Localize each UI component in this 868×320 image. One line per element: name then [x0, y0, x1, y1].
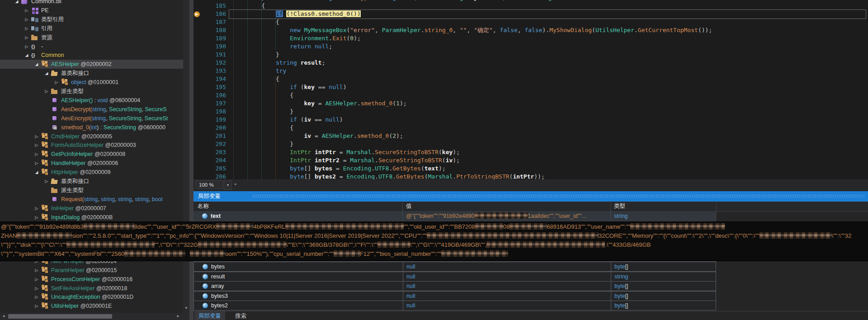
expand-icon[interactable]: ▷	[34, 292, 39, 301]
expand-icon[interactable]: ▷	[24, 15, 29, 24]
tree-row[interactable]: ◢{}Common	[0, 51, 183, 60]
expand-icon[interactable]: ▷	[44, 177, 49, 186]
expand-icon[interactable]: ▷	[24, 42, 29, 51]
folder-icon	[51, 90, 57, 94]
column-type[interactable]: 类型	[614, 202, 625, 211]
text-segment: ProcessComHelper	[51, 276, 100, 282]
expand-icon[interactable]: ▷	[34, 150, 39, 159]
expand-icon[interactable]: ▷	[44, 87, 49, 96]
column-divider[interactable]	[610, 202, 611, 211]
zoom-level-dropdown[interactable]: 100 %	[195, 180, 223, 189]
column-divider[interactable]	[716, 202, 717, 211]
column-divider[interactable]	[402, 202, 403, 211]
collapse-icon[interactable]: ◢	[34, 60, 39, 69]
assembly-explorer-tree[interactable]: ◢Common.dll▷PE▷类型引用▷引用▷资源▷{}-◢{}Common◢A…	[0, 0, 183, 313]
tree-row[interactable]: ▷{}-	[0, 42, 183, 51]
tree-row[interactable]: ▷资源	[0, 33, 183, 42]
column-name[interactable]: 名称	[198, 202, 209, 211]
code-editor[interactable]: 184 public static string AesEncrypt(stri…	[193, 0, 868, 179]
scroll-left-icon[interactable]: ◄	[2, 314, 5, 318]
variable-name: bytes3	[211, 292, 228, 301]
text-segment: (!Class0.smethod_0())	[286, 10, 360, 17]
tree-row[interactable]: ▷FormAutoSizeHelper @02000003	[0, 141, 183, 150]
line-number: 191	[193, 51, 233, 59]
panel-splitter[interactable]	[189, 0, 193, 320]
tree-row[interactable]: AesDecrypt(string, SecureString, SecureS	[0, 105, 183, 114]
locals-panel-header[interactable]: 局部变量	[193, 191, 868, 202]
censored-block	[760, 232, 832, 239]
tree-row[interactable]: 派生类型	[0, 186, 183, 195]
text-segment: smethod_0	[357, 132, 389, 139]
expand-icon[interactable]: ▷	[34, 301, 39, 311]
expand-icon[interactable]: ▷	[34, 284, 39, 293]
tree-row[interactable]: AESHelper() : void @06000004	[0, 96, 183, 105]
collapse-icon[interactable]: ◢	[14, 0, 19, 6]
tree-row[interactable]: AesEncrypt(string, SecureString, SecureS…	[0, 114, 183, 123]
scroll-right-icon[interactable]: ►	[176, 314, 180, 318]
tree-row[interactable]: ◢基类和接口	[0, 69, 183, 78]
expand-icon[interactable]: ▷	[34, 159, 39, 168]
locals-row[interactable]: resultnullstring	[193, 272, 716, 282]
collapse-icon[interactable]: ◢	[44, 69, 49, 78]
current-statement-marker-icon[interactable]: ▶	[194, 11, 200, 17]
tree-row[interactable]: ◢HttpHelper @02000009	[0, 168, 183, 177]
tree-row[interactable]: ▷SetFileAssHelper @02000018	[0, 284, 183, 293]
expand-icon[interactable]: ▷	[24, 33, 29, 42]
variable-value: null	[406, 301, 415, 310]
tree-row[interactable]: ▷IniHelper @02000007	[0, 204, 183, 213]
collapse-icon[interactable]: ◢	[24, 51, 29, 60]
collapse-icon[interactable]: ◢	[34, 168, 39, 177]
expand-icon[interactable]: ▷	[34, 132, 39, 141]
tree-row[interactable]: ▷InputDialog @0200000B	[0, 213, 183, 222]
tree-row[interactable]: ▷ProcessComHelper @02000016	[0, 275, 183, 284]
text-segment: =	[332, 165, 343, 172]
locals-row[interactable]: bytes2nullbyte[]	[193, 301, 716, 311]
tree-row[interactable]: ▷ParamHelper @02000015	[0, 266, 183, 275]
tab-locals[interactable]: 局部变量	[194, 311, 225, 320]
editor-bottom-bar: 100 % ▼ ◄	[193, 180, 868, 190]
scroll-left-icon[interactable]: ◄	[233, 182, 237, 186]
tree-row[interactable]: ▷object @01000001	[0, 78, 183, 87]
tree-vertical-scrollbar[interactable]: ▼	[183, 0, 189, 313]
scroll-down-icon[interactable]: ▼	[183, 306, 189, 310]
locals-row[interactable]: bytes3nullbyte[]	[193, 291, 716, 301]
class-icon	[42, 216, 45, 219]
text-segment	[311, 149, 315, 155]
locals-row[interactable]: bytesnullbyte[]	[193, 262, 716, 272]
tree-horizontal-scrollbar[interactable]: ◄ ►	[0, 313, 189, 320]
tree-row[interactable]: ▷PE	[0, 6, 183, 15]
locals-row[interactable]: arraynullbyte[]	[193, 281, 716, 291]
text-segment: @01000001	[86, 79, 118, 85]
locals-row-selected[interactable]: text @"{""token"":""91b92e48901aa8dec"",…	[193, 211, 716, 221]
tree-row[interactable]: ▷引用	[0, 24, 183, 33]
locals-column-header[interactable]: 名称 值 类型	[193, 202, 868, 212]
expand-icon[interactable]: ▷	[34, 275, 39, 284]
tree-row[interactable]: ▷GetPcInfoHelper @02000008	[0, 150, 183, 159]
text-segment: byte	[290, 165, 304, 172]
tree-row[interactable]: smethod_0(int) : SecureString @0600000	[0, 123, 183, 132]
expand-icon[interactable]: ▷	[34, 141, 39, 150]
tree-row[interactable]: ◢Common.dll	[0, 0, 183, 6]
expand-icon[interactable]: ▷	[34, 213, 39, 222]
tab-search[interactable]: 搜索	[231, 311, 250, 320]
scrollbar-thumb[interactable]	[8, 314, 112, 319]
tree-row[interactable]: ▷UtilsHelper @0200001E	[0, 301, 183, 311]
expand-icon[interactable]: ▷	[54, 78, 59, 87]
code-line: 186 if (!Class0.smethod_0())	[193, 10, 361, 18]
expand-icon[interactable]: ▷	[34, 266, 39, 275]
tree-row[interactable]: ◢AESHelper @02000002	[0, 60, 183, 69]
expand-icon[interactable]: ▷	[24, 6, 29, 15]
tree-row[interactable]: ▷基类和接口	[0, 177, 183, 186]
code-line: 199 if (iv == null)	[193, 116, 343, 124]
column-value[interactable]: 值	[406, 202, 412, 211]
value-text: \"":\""32	[832, 232, 852, 239]
tree-row[interactable]: ▷类型引用	[0, 15, 183, 24]
expand-icon[interactable]: ▷	[34, 204, 39, 213]
tree-row[interactable]: ▷UncaughtException @0200001D	[0, 292, 183, 301]
chevron-down-icon[interactable]: ▼	[224, 180, 232, 190]
tree-row[interactable]: ▷HandleHelper @02000006	[0, 159, 183, 168]
expand-icon[interactable]: ▷	[24, 24, 29, 33]
tree-row[interactable]: ▷CmdHelper @02000005	[0, 132, 183, 141]
tree-row[interactable]: ▷派生类型	[0, 87, 183, 96]
tree-row[interactable]: Request(string, string, string, string, …	[0, 195, 183, 204]
